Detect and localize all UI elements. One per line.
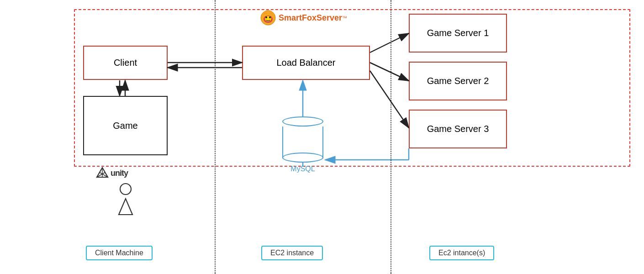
game-server-3-label: Game Server 3	[427, 124, 489, 134]
ec2-instance-label: EC2 instance	[261, 246, 323, 260]
load-balancer-box: Load Balancer	[242, 46, 370, 80]
mysql-label: MySQL	[290, 165, 315, 173]
svg-point-9	[120, 184, 131, 195]
sfs-logo-text: SmartFoxServer	[279, 13, 342, 23]
game-box: Game	[83, 96, 168, 155]
unity-text: unity	[111, 169, 128, 178]
person-icon	[112, 183, 139, 221]
game-server-2-label: Game Server 2	[427, 76, 489, 86]
person-figure	[112, 183, 139, 219]
game-server-2-box: Game Server 2	[409, 62, 507, 100]
cylinder-body	[282, 126, 323, 158]
sfs-tm: ™	[342, 15, 347, 21]
client-box: Client	[83, 46, 168, 80]
unity-icon	[96, 167, 109, 179]
client-label: Client	[114, 58, 137, 68]
load-balancer-label: Load Balancer	[277, 58, 336, 68]
smartfox-icon	[260, 10, 276, 26]
svg-marker-10	[119, 199, 132, 215]
client-machine-label: Client Machine	[86, 246, 153, 260]
architecture-diagram: SmartFoxServer™ Client Load Balancer Gam…	[0, 0, 644, 274]
mysql-cylinder: MySQL	[282, 116, 323, 173]
svg-point-3	[265, 16, 267, 18]
game-server-3-box: Game Server 3	[409, 110, 507, 148]
cylinder-bottom	[282, 153, 323, 163]
game-server-1-label: Game Server 1	[427, 28, 489, 38]
unity-logo: unity	[96, 167, 128, 179]
ec2-instances-label: Ec2 intance(s)	[429, 246, 494, 260]
smartfox-logo: SmartFoxServer™	[260, 10, 347, 26]
game-server-1-box: Game Server 1	[409, 14, 507, 53]
game-label: Game	[113, 121, 137, 131]
svg-point-4	[269, 16, 271, 18]
cylinder-top	[282, 116, 323, 126]
